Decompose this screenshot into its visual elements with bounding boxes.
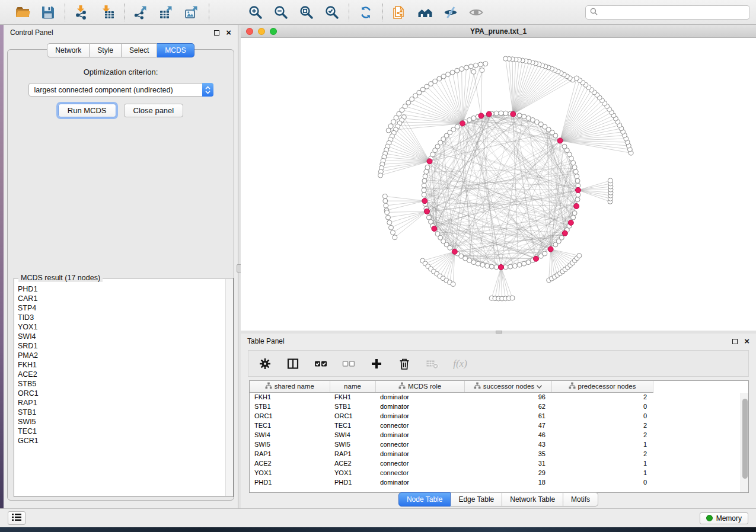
zoom-in-button[interactable] <box>247 4 264 21</box>
graph-node[interactable] <box>437 76 442 81</box>
graph-node[interactable] <box>386 215 391 220</box>
mcds-node-item[interactable]: TID3 <box>18 313 233 322</box>
optimization-criterion-dropdown[interactable]: largest connected component (undirected) <box>28 83 213 97</box>
column-header-name[interactable]: name <box>330 381 375 392</box>
table-row[interactable]: STB1STB1dominator620 <box>250 402 653 411</box>
tab-edge-table[interactable]: Edge Table <box>451 492 502 507</box>
graph-node[interactable] <box>387 220 392 225</box>
table-row[interactable]: SWI5SWI5connector431 <box>250 440 653 449</box>
graph-node[interactable] <box>575 174 579 179</box>
mcds-hub-node[interactable] <box>425 209 430 214</box>
graph-node[interactable] <box>448 245 452 250</box>
graph-node[interactable] <box>575 178 580 183</box>
mcds-node-item[interactable]: ORC1 <box>18 389 233 398</box>
graph-node[interactable] <box>503 111 508 116</box>
graph-node[interactable] <box>451 282 455 287</box>
graph-node[interactable] <box>378 173 383 178</box>
network-canvas[interactable] <box>241 38 756 330</box>
export-image-button[interactable] <box>184 4 200 21</box>
graph-node[interactable] <box>573 169 578 174</box>
mcds-node-item[interactable]: SRD1 <box>18 341 233 351</box>
minimize-window-button[interactable] <box>258 28 265 35</box>
graph-node[interactable] <box>575 76 579 81</box>
split-panel-button[interactable] <box>284 355 302 373</box>
export-network-button[interactable] <box>133 4 149 21</box>
delete-column-button[interactable] <box>395 355 413 373</box>
graph-node[interactable] <box>391 120 396 124</box>
graph-node[interactable] <box>572 165 577 169</box>
graph-node[interactable] <box>441 74 446 79</box>
zoom-out-button[interactable] <box>273 4 289 21</box>
graph-node[interactable] <box>485 264 490 268</box>
graph-node[interactable] <box>572 211 577 216</box>
mcds-hub-node[interactable] <box>576 188 581 193</box>
memory-button[interactable]: Memory <box>700 512 748 524</box>
table-row[interactable]: YOX1YOX1connector291 <box>250 468 653 477</box>
graph-node[interactable] <box>389 225 394 230</box>
close-panel-icon[interactable]: × <box>226 30 231 36</box>
mcds-hub-node[interactable] <box>548 246 553 252</box>
graph-node[interactable] <box>384 203 388 208</box>
run-mcds-button[interactable]: Run MCDS <box>58 104 116 117</box>
graph-node[interactable] <box>426 215 431 220</box>
graph-node[interactable] <box>423 174 428 179</box>
graph-node[interactable] <box>494 265 499 270</box>
zoom-fit-button[interactable] <box>298 4 315 21</box>
tab-style[interactable]: Style <box>90 43 122 57</box>
graph-node[interactable] <box>483 62 488 66</box>
scrollbar-thumb[interactable] <box>742 399 748 479</box>
mcds-node-item[interactable]: GCR1 <box>18 436 233 446</box>
search-box[interactable] <box>585 5 750 20</box>
table-settings-button[interactable] <box>256 355 274 373</box>
table-scrollbar[interactable] <box>741 393 748 492</box>
mcds-hub-node[interactable] <box>568 220 573 225</box>
mcds-node-item[interactable]: STB5 <box>18 379 233 389</box>
graph-node[interactable] <box>385 210 390 214</box>
hide-eye-button[interactable] <box>442 4 459 21</box>
graph-node[interactable] <box>608 178 613 183</box>
graph-node[interactable] <box>530 118 535 123</box>
graph-node[interactable] <box>543 251 547 256</box>
open-file-button[interactable] <box>14 4 31 21</box>
tab-motifs[interactable]: Motifs <box>563 492 598 507</box>
graph-node[interactable] <box>474 63 479 68</box>
deselect-all-rows-button[interactable] <box>340 355 358 373</box>
table-row[interactable]: TEC1TEC1connector472 <box>250 421 653 430</box>
mcds-node-item[interactable]: TEC1 <box>18 427 233 436</box>
tab-network[interactable]: Network <box>47 43 90 57</box>
close-window-button[interactable] <box>246 28 253 35</box>
graph-node[interactable] <box>425 165 430 169</box>
import-table-button[interactable] <box>99 4 116 21</box>
export-table-button[interactable] <box>158 4 175 21</box>
graph-node[interactable] <box>391 230 395 235</box>
column-header-shared-name[interactable]: shared name <box>250 381 330 392</box>
column-header-successor-nodes[interactable]: successor nodes <box>464 381 551 392</box>
mcds-hub-node[interactable] <box>452 249 457 254</box>
graph-node[interactable] <box>577 254 582 258</box>
tab-mcds[interactable]: MCDS <box>157 43 194 57</box>
graph-node[interactable] <box>480 68 484 73</box>
mcds-hub-node[interactable] <box>534 256 539 261</box>
graph-node[interactable] <box>517 113 522 118</box>
mcds-node-item[interactable]: STB1 <box>18 408 233 417</box>
graph-node[interactable] <box>494 111 499 116</box>
graph-node[interactable] <box>480 262 485 267</box>
graph-node[interactable] <box>382 194 387 198</box>
show-eye-button[interactable] <box>468 4 484 21</box>
column-header-MCDS-role[interactable]: MCDS role <box>375 381 464 392</box>
graph-node[interactable] <box>522 261 527 266</box>
graph-node[interactable] <box>510 296 515 300</box>
tab-network-table[interactable]: Network Table <box>502 492 563 507</box>
graph-node[interactable] <box>576 193 580 197</box>
graph-node[interactable] <box>526 116 531 120</box>
graph-node[interactable] <box>517 262 522 267</box>
graph-node[interactable] <box>559 235 564 240</box>
float-panel-icon[interactable] <box>732 339 738 344</box>
mcds-hub-node[interactable] <box>432 226 437 232</box>
graph-node[interactable] <box>508 264 513 269</box>
close-panel-icon[interactable]: × <box>744 338 749 344</box>
close-panel-button[interactable]: Close panel <box>124 104 184 117</box>
mcds-hub-node[interactable] <box>511 111 516 117</box>
mcds-node-item[interactable]: SWI4 <box>18 332 233 341</box>
mcds-node-item[interactable]: PMA2 <box>18 351 233 360</box>
